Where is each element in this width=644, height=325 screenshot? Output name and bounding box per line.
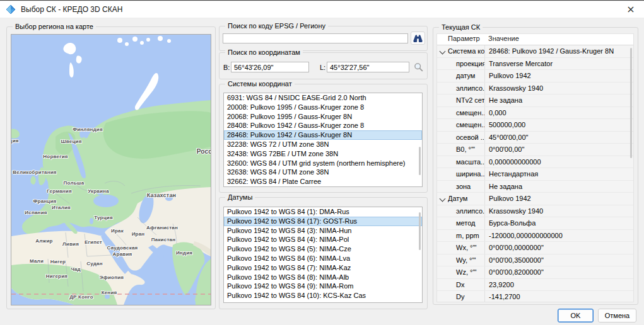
value-cell: -120000,000000000000	[484, 230, 633, 242]
table-row[interactable]: Система ко... 28468: Pulkovo 1942 / Gaus…	[437, 45, 633, 58]
datum-item[interactable]: Pulkovo 1942 to WGS 84 (1): DMA-Rus	[224, 207, 422, 217]
datum-item[interactable]: Pulkovo 1942 to WGS 84 (5): NIMA-Cze	[224, 244, 422, 254]
coord-search-button[interactable]	[411, 60, 425, 74]
param-cell: смещен...	[456, 121, 484, 128]
table-row[interactable]: m, ppm -120000,000000000000	[437, 230, 633, 242]
datum-item[interactable]: Pulkovo 1942 to WGS 84 (8): NIMA-Alb	[224, 273, 422, 282]
table-row[interactable]: смещен... 0,000	[437, 107, 633, 120]
region-map[interactable]: ФинляндиядияШвецияНорвегияРоссияВеликобр…	[11, 34, 211, 305]
datum-item[interactable]: Pulkovo 1942 to WGS 84 (4): NIMA-Pol	[224, 235, 422, 244]
map-country-label: дия	[11, 138, 19, 144]
map-group: Выбор региона на карте	[6, 26, 216, 309]
table-row[interactable]: Wx, °'" 0°00'00,0000000"	[437, 242, 633, 254]
table-header: Параметр Значение	[437, 34, 633, 45]
current-cs-group: Текущая СК Параметр Значение Система ко.…	[433, 27, 638, 305]
table-row[interactable]: смещен... 500000,000	[437, 119, 633, 132]
param-cell: Wz, °'"	[456, 268, 484, 276]
coordinate-system-item[interactable]: 32238: WGS 72 / UTM zone 38N	[224, 140, 422, 149]
ok-button[interactable]: OK	[558, 309, 594, 322]
param-cell: масшта...	[456, 158, 484, 166]
datum-item[interactable]: Pulkovo 1942 to WGS 84 (6): NIMA-Lva	[224, 254, 422, 263]
datum-item[interactable]: Pulkovo 1942 to WGS 84 (9): NIMA-Rom	[224, 282, 422, 291]
coordinate-system-item[interactable]: 20068: Pulkovo 1995 / Gauss-Kruger 8N	[224, 112, 422, 122]
table-row[interactable]: Wz, °'" 0°00'00,8200000"	[437, 266, 633, 279]
value-cell: 45°00'00,00"	[484, 132, 633, 144]
close-icon[interactable]: ×	[621, 1, 640, 18]
cancel-button[interactable]: Отмена	[598, 309, 636, 322]
window-title: Выбор СК - КРЕДО 3D СКАН	[21, 5, 122, 14]
table-row[interactable]: Dx 23,9200	[437, 279, 633, 292]
map-country-label: Турция	[94, 215, 113, 220]
table-row[interactable]: метод Бурса-Вольфа	[437, 217, 633, 230]
epsg-search-input[interactable]	[223, 33, 408, 43]
value-cell: 0°00'00,0000000"	[484, 242, 633, 254]
param-cell: B0, °'"	[456, 145, 484, 153]
map-country-label: Эфиопия	[100, 275, 124, 280]
coordinate-system-item[interactable]: 32662: WGS 84 / Plate Carree	[224, 177, 422, 186]
map-country-label: Швеция	[61, 139, 81, 144]
table-row[interactable]: NTv2 сет... Не задана	[437, 94, 633, 107]
table-row[interactable]: зона Не задана	[437, 181, 633, 193]
current-cs-table[interactable]: Параметр Значение Система ко... 28468: P…	[436, 33, 634, 302]
table-row[interactable]: осевой ... 45°00'00,00"	[437, 132, 633, 144]
table-row[interactable]: Wy, °'" 0°00'00,3500000"	[437, 254, 633, 267]
expand-chevron-icon[interactable]	[440, 48, 446, 55]
value-cell: Pulkovo 1942	[484, 193, 633, 205]
map-country-label: Нигер	[50, 259, 66, 265]
table-row[interactable]: Dy -141,2700	[437, 291, 633, 302]
table-row[interactable]: датум Pulkovo 1942	[437, 70, 633, 83]
coordinate-system-item[interactable]: 32438: WGS 72BE / UTM zone 38N	[224, 149, 422, 159]
param-cell: смещен...	[456, 109, 484, 117]
table-row[interactable]: B0, °'" 0°00'00,00"	[437, 144, 633, 156]
coord-search-label: Поиск по координатам	[225, 48, 303, 57]
expand-chevron-icon[interactable]	[440, 196, 446, 202]
map-country-label: Ирак	[111, 228, 124, 234]
table-scrollbar[interactable]	[630, 48, 632, 158]
value-cell: 0,000000000000	[484, 156, 633, 168]
table-row[interactable]: Датум Pulkovo 1942	[437, 193, 633, 205]
table-row[interactable]: эллипсо... Krassowsky 1940	[437, 83, 633, 95]
coordinate-systems-list[interactable]: 6931: WGS 84 / NSIDC EASE-Grid 2.0 North…	[223, 93, 423, 187]
param-cell: Dy	[456, 293, 484, 300]
table-row[interactable]: масшта... 0,000000000000	[437, 156, 633, 169]
param-cell: метод	[456, 219, 484, 227]
map-country-label: Ливия	[62, 241, 79, 247]
param-cell: NTv2 сет...	[456, 96, 484, 104]
param-cell: датум	[456, 72, 484, 79]
coordinate-system-item[interactable]: 20008: Pulkovo 1995 / Gauss-Kruger zone …	[224, 103, 422, 112]
map-country-label: Испания	[25, 210, 47, 215]
cs-list-scrollbar[interactable]	[419, 147, 421, 175]
map-country-label: Саудовская	[107, 245, 138, 251]
latitude-input[interactable]	[231, 62, 309, 72]
param-cell: осевой ...	[456, 134, 484, 141]
value-cell: 0°00'00,3500000"	[484, 254, 633, 266]
datum-item[interactable]: Pulkovo 1942 to WGS 84 (17): GOST-Rus	[224, 217, 422, 226]
app-icon	[6, 4, 16, 14]
value-cell: -141,2700	[484, 291, 633, 302]
datums-group: Датумы Pulkovo 1942 to WGS 84 (1): DMA-R…	[219, 197, 428, 309]
table-row[interactable]: ширина... Нестандартная	[437, 168, 633, 181]
coordinate-system-item[interactable]: 28468: Pulkovo 1942 / Gauss-Kruger 8N	[224, 130, 422, 140]
current-cs-label: Текущая СК	[439, 23, 483, 31]
latitude-label: B:	[223, 64, 230, 71]
table-row[interactable]: эллипсо... Krassowsky 1940	[437, 205, 633, 218]
datums-list[interactable]: Pulkovo 1942 to WGS 84 (1): DMA-RusPulko…	[223, 207, 423, 303]
island-srilanka	[195, 297, 199, 302]
table-row[interactable]: проекция Transverse Mercator	[437, 58, 633, 71]
datums-list-scrollbar[interactable]	[419, 212, 421, 250]
epsg-search-button[interactable]	[411, 31, 425, 45]
datum-item[interactable]: Pulkovo 1942 to WGS 84 (10): KCS-Kaz Cas	[224, 291, 422, 300]
param-cell: Датум	[448, 195, 484, 202]
coordinate-system-item[interactable]: 32600: WGS 84 / UTM grid system (norther…	[224, 159, 422, 168]
map-country-label: Нигерия	[46, 273, 67, 279]
param-cell: эллипсо...	[456, 207, 484, 215]
value-cell: 0,000	[484, 107, 633, 119]
coordinate-system-item[interactable]: 28408: Pulkovo 1942 / Gauss-Kruger zone …	[224, 121, 422, 130]
coordinate-system-item[interactable]: 6931: WGS 84 / NSIDC EASE-Grid 2.0 North	[224, 93, 422, 103]
datum-item[interactable]: Pulkovo 1942 to WGS 84 (3): NIMA-Hun	[224, 226, 422, 236]
datum-item[interactable]: Pulkovo 1942 to WGS 84 (7): NIMA-Kaz	[224, 263, 422, 273]
coordinate-system-item[interactable]: 32638: WGS 84 / UTM zone 38N	[224, 168, 422, 177]
param-cell: зона	[456, 183, 484, 190]
longitude-input[interactable]	[327, 62, 409, 72]
map-country-label: Чад	[71, 266, 81, 272]
